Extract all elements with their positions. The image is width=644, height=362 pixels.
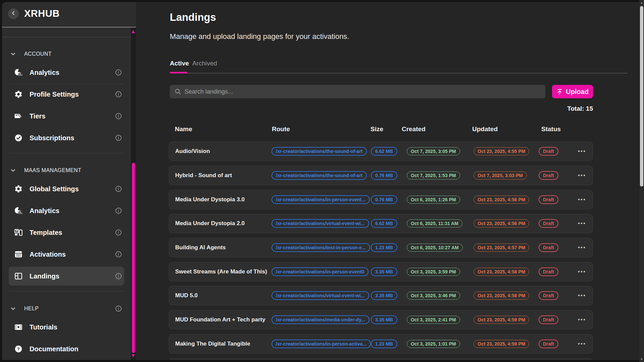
sidebar-item-label: Global Settings xyxy=(30,185,79,193)
route-badge[interactable]: /xr-creator/activations/the-sound-of-art xyxy=(271,171,367,180)
route-badge[interactable]: /xr-creator/activations/the-sound-of-art xyxy=(271,147,367,156)
window-scroll-down-icon[interactable]: ▼ xyxy=(639,358,644,361)
sidebar-item-subscriptions[interactable]: Subscriptions xyxy=(9,128,124,147)
status-badge: Draft xyxy=(539,267,558,276)
table-row[interactable]: Audio/Vision /xr-creator/activations/the… xyxy=(169,142,593,161)
sidebar-divider xyxy=(9,291,124,292)
size-badge: 3.35 MB xyxy=(371,267,397,276)
upload-button[interactable]: Upload xyxy=(552,85,593,98)
sidebar-item-global-settings[interactable]: Global Settings xyxy=(9,179,124,198)
section-header-help[interactable]: HELP xyxy=(2,301,131,316)
updated-badge: Oct 23, 2025, 4:59 PM xyxy=(474,316,529,324)
row-more-button[interactable]: ••• xyxy=(578,197,586,203)
sidebar-item-analytics[interactable]: Analytics xyxy=(9,201,124,220)
tab-archived[interactable]: Archived xyxy=(192,60,217,67)
sidebar-item-label: Templates xyxy=(30,229,62,237)
sidebar: XRHUB ACCOUNTAnalyticsProfile SettingsTi… xyxy=(2,2,136,360)
status-badge: Draft xyxy=(539,147,558,156)
landing-name: Making The Digital Tangible xyxy=(175,341,250,347)
window-scrollbar-thumb[interactable] xyxy=(640,6,643,187)
row-more-button[interactable]: ••• xyxy=(578,317,586,323)
sidebar-divider xyxy=(9,84,124,84)
info-icon[interactable] xyxy=(115,112,122,120)
info-icon[interactable] xyxy=(115,229,122,236)
status-badge: Draft xyxy=(539,291,558,300)
window-scrollbar[interactable]: ▲ ▼ xyxy=(639,0,644,362)
sidebar-item-landings[interactable]: Landings xyxy=(9,267,124,286)
row-more-button[interactable]: ••• xyxy=(578,245,586,251)
sidebar-scrollbar[interactable] xyxy=(131,28,136,360)
route-badge[interactable]: /xr-creator/activations/virtual-event-wi… xyxy=(271,219,369,228)
table-row[interactable]: Media Under Dystopia 3.0 /xr-creator/act… xyxy=(169,190,593,209)
scrollbar-up-arrow-icon[interactable] xyxy=(132,30,135,33)
check-circle-icon xyxy=(14,134,23,142)
route-badge[interactable]: /xr-creator/activations/in-person-activa… xyxy=(271,340,371,348)
route-badge[interactable]: /xr-creator/activations/virtual-event-wi… xyxy=(271,291,369,300)
route-badge[interactable]: /xr-creator/activations/in-person-event.… xyxy=(271,195,370,204)
sidebar-item-tutorials[interactable]: Tutorials xyxy=(9,318,124,337)
section-header-maas-management[interactable]: MAAS MANAGEMENT xyxy=(2,163,131,178)
info-icon[interactable] xyxy=(115,185,122,193)
table-row[interactable]: Making The Digital Tangible /xr-creator/… xyxy=(169,334,593,354)
table-row[interactable]: Media Under Dystopia 2.0 /xr-creator/act… xyxy=(169,214,593,233)
table-row[interactable]: Sweet Streams (Are Made of This) /xr-cre… xyxy=(169,262,593,281)
table-row[interactable]: Building AI Agents /xr-creator/activatio… xyxy=(169,238,593,257)
created-badge: Oct 6, 2025, 1:26 PM xyxy=(407,196,460,204)
analytics-pie-icon xyxy=(14,68,23,77)
landing-name: Sweet Streams (Are Made of This) xyxy=(175,268,267,275)
sidebar-item-activations[interactable]: Activations xyxy=(9,245,124,264)
info-icon[interactable] xyxy=(115,69,122,76)
info-icon[interactable] xyxy=(115,134,122,142)
page-title: Landings xyxy=(170,11,216,23)
total-count: Total: 15 xyxy=(492,105,593,112)
table-row-partial xyxy=(169,358,593,360)
table-row[interactable]: MUD 5.0 /xr-creator/activations/virtual-… xyxy=(169,286,593,305)
active-tab-underline xyxy=(170,72,187,73)
info-icon[interactable] xyxy=(115,272,122,280)
info-icon[interactable] xyxy=(115,305,122,312)
route-badge[interactable]: /xr-creator/activations/test-in-person-e… xyxy=(271,243,370,252)
row-more-button[interactable]: ••• xyxy=(578,293,586,299)
updated-badge: Oct 23, 2025, 4:55 PM xyxy=(474,147,529,155)
chevron-down-icon xyxy=(10,167,17,173)
table-row[interactable]: Hybrid - Sound of art /xr-creator/activa… xyxy=(169,166,593,185)
devices-icon xyxy=(14,228,23,237)
landing-name: Hybrid - Sound of art xyxy=(175,172,232,179)
sidebar-item-templates[interactable]: Templates xyxy=(9,223,124,242)
updated-badge: Oct 23, 2025, 4:58 PM xyxy=(474,268,529,276)
search-input[interactable] xyxy=(185,88,545,95)
section-header-account[interactable]: ACCOUNT xyxy=(2,47,131,61)
chevron-down-icon xyxy=(10,51,17,57)
info-icon[interactable] xyxy=(115,207,122,214)
column-header-created: Created xyxy=(402,125,426,133)
route-badge[interactable]: /xr-creator/activations/in-person-event0 xyxy=(271,267,368,276)
section-label: MAAS MANAGEMENT xyxy=(24,167,81,173)
row-more-button[interactable]: ••• xyxy=(578,148,586,154)
scrollbar-down-arrow-icon[interactable] xyxy=(132,354,135,357)
sidebar-item-label: Tutorials xyxy=(30,323,57,331)
landing-name: MUD 5.0 xyxy=(175,292,198,299)
row-more-button[interactable]: ••• xyxy=(578,269,586,275)
tab-active[interactable]: Active xyxy=(170,60,189,67)
sidebar-item-documentation[interactable]: ?Documentation xyxy=(9,340,124,358)
window-scroll-up-icon[interactable]: ▲ xyxy=(639,1,644,4)
status-badge: Draft xyxy=(539,340,558,348)
updated-badge: Oct 23, 2025, 4:56 PM xyxy=(474,196,529,204)
route-badge[interactable]: /xr-creator/activations/media-under-dy..… xyxy=(271,315,369,324)
video-icon xyxy=(14,323,23,331)
sidebar-item-analytics[interactable]: Analytics xyxy=(9,63,124,82)
info-icon[interactable] xyxy=(115,91,122,98)
sidebar-scrollbar-thumb[interactable] xyxy=(132,163,135,353)
row-more-button[interactable]: ••• xyxy=(578,341,586,347)
sidebar-item-profile-settings[interactable]: Profile Settings xyxy=(9,85,124,104)
upload-button-label: Upload xyxy=(566,88,589,96)
table-row[interactable]: MUD Foundation Art + Tech party /xr-crea… xyxy=(169,310,593,329)
row-more-button[interactable]: ••• xyxy=(578,220,586,226)
updated-badge: Oct 7, 2025, 3:03 PM xyxy=(474,171,527,179)
info-icon[interactable] xyxy=(115,251,122,258)
row-more-button[interactable]: ••• xyxy=(578,172,586,178)
section-label: ACCOUNT xyxy=(24,51,52,57)
sidebar-item-tiers[interactable]: Tiers xyxy=(9,107,124,125)
status-badge: Draft xyxy=(539,243,558,252)
updated-badge: Oct 23, 2025, 4:59 PM xyxy=(474,340,529,348)
